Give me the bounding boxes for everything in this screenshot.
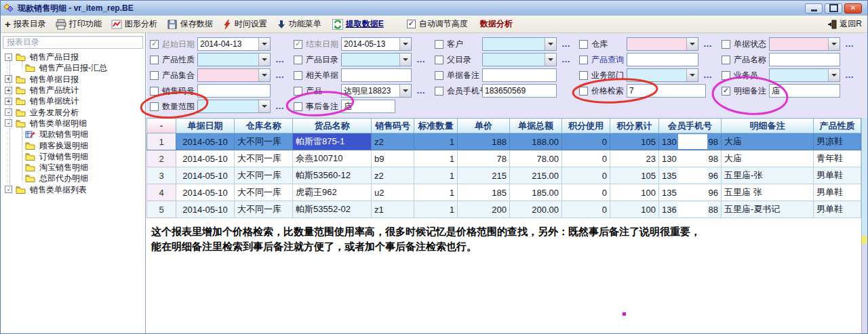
maximize-button[interactable] [825, 3, 842, 14]
business-dept-combo[interactable] [627, 68, 698, 82]
header-product-name[interactable]: 货品名称 [293, 119, 372, 133]
post-remark-input[interactable]: 庙 [341, 100, 395, 113]
product-nature-checkbox[interactable] [150, 56, 159, 64]
return-button[interactable]: 返回R [827, 18, 862, 30]
expand-minus-icon[interactable]: - [5, 54, 12, 61]
function-menu-button[interactable]: 功能菜单 [277, 18, 321, 30]
minimize-button[interactable] [805, 3, 823, 14]
expand-minus-icon[interactable]: - [5, 119, 12, 127]
qty-range-combo[interactable] [197, 100, 271, 113]
sales-code-input[interactable] [197, 84, 271, 98]
ellipsis-button[interactable] [703, 70, 713, 80]
focused-cell[interactable]: 帕斯雷875-1 [293, 133, 372, 150]
header-product-nature[interactable]: 产品性质 [814, 119, 861, 133]
salesperson-checkbox[interactable] [722, 71, 730, 80]
product-name-input[interactable] [769, 53, 840, 66]
extract-data-button[interactable]: 提取数据E [332, 18, 384, 30]
tree-item-sales-order-daily[interactable]: + 销售单据日报 [1, 74, 145, 85]
combo-arrow-icon[interactable] [258, 54, 270, 66]
product-query-checkbox[interactable] [579, 56, 588, 64]
salesperson-combo[interactable] [769, 68, 840, 82]
combo-arrow-icon[interactable] [258, 38, 270, 50]
product-set-checkbox[interactable] [150, 71, 159, 80]
post-remark-checkbox[interactable] [294, 102, 302, 111]
header-points-used[interactable]: 积分使用 [562, 119, 610, 133]
end-date-combo[interactable]: 2014-05-13 [341, 37, 412, 51]
start-date-checkbox[interactable] [150, 40, 159, 49]
print-button[interactable]: 打印功能 [56, 18, 102, 30]
combo-arrow-icon[interactable] [545, 38, 556, 50]
parent-catalog-combo[interactable] [482, 53, 557, 66]
order-status-checkbox[interactable] [722, 40, 730, 49]
table-row[interactable]: 3 2014-05-10 大不同一库 帕斯53560-12 z2 1 215 2… [147, 167, 861, 184]
ellipsis-button[interactable] [561, 54, 571, 64]
product-catalog-checkbox[interactable] [294, 56, 302, 64]
price-search-checkbox[interactable] [579, 87, 588, 96]
end-date-checkbox[interactable] [294, 40, 302, 49]
table-row[interactable]: 4 2014-05-10 大不同一库 虎霸王962 u2 1 185 185.0… [147, 184, 861, 201]
related-order-checkbox[interactable] [294, 71, 302, 80]
expand-plus-icon[interactable]: + [5, 87, 12, 94]
detail-remark-input[interactable]: 庙 [769, 84, 840, 98]
order-remark-checkbox[interactable] [435, 71, 443, 80]
combo-arrow-icon[interactable] [399, 38, 411, 50]
header-index[interactable]: - [147, 119, 176, 133]
ellipsis-button[interactable] [275, 54, 285, 64]
table-row[interactable]: 2 2014-05-10 大不同一库 佘燕100710 b9 1 78 78.0… [147, 150, 861, 167]
header-detail-remark[interactable]: 明细备注 [722, 119, 814, 133]
member-phone-checkbox[interactable] [435, 87, 443, 96]
combo-arrow-icon[interactable] [258, 100, 270, 112]
save-data-button[interactable]: 保存数据 [167, 18, 213, 30]
combo-arrow-icon[interactable] [399, 85, 411, 97]
header-member-phone[interactable]: 会员手机号 [659, 119, 722, 133]
time-settings-button[interactable]: 时间设置 [222, 18, 267, 30]
ellipsis-button[interactable] [561, 39, 571, 49]
product-catalog-combo[interactable] [341, 53, 412, 66]
product-query-input[interactable] [627, 53, 698, 66]
detail-remark-checkbox[interactable] [722, 87, 730, 96]
qty-range-checkbox[interactable] [150, 102, 159, 111]
ellipsis-button[interactable] [275, 70, 285, 80]
product-set-combo[interactable] [197, 68, 271, 82]
close-button[interactable] [844, 3, 862, 14]
table-row-selected[interactable]: 1 2014-05-10 大不同一库 帕斯雷875-1 z2 1 188 188… [147, 133, 861, 150]
header-std-qty[interactable]: 标准数量 [414, 119, 458, 133]
warehouse-combo[interactable] [627, 37, 698, 51]
warehouse-checkbox[interactable] [579, 40, 588, 49]
tree-item-business-development[interactable]: - 业务发展分析 [1, 106, 145, 117]
expand-minus-icon[interactable]: - [5, 108, 12, 116]
ellipsis-button[interactable] [416, 54, 426, 64]
data-analysis-label[interactable]: 数据分析 [480, 18, 513, 30]
header-unit-price[interactable]: 单价 [458, 119, 510, 133]
start-date-combo[interactable]: 2014-04-13 [197, 37, 271, 51]
order-status-combo[interactable] [769, 37, 840, 51]
chart-analysis-button[interactable]: 图形分析 [111, 18, 157, 30]
combo-arrow-icon[interactable] [686, 69, 698, 81]
member-phone-input[interactable]: 183650569 [482, 84, 557, 98]
header-order-date[interactable]: 单据日期 [176, 119, 235, 133]
header-sales-code[interactable]: 销售码号 [372, 119, 414, 133]
tree-item-sales-product-stats[interactable]: + 销售产品统计 [1, 85, 145, 96]
price-search-input[interactable]: 7 [627, 84, 706, 98]
combo-arrow-icon[interactable] [258, 69, 270, 81]
ellipsis-button[interactable] [275, 101, 285, 111]
auto-height-checkbox[interactable] [407, 20, 416, 28]
tree-item-sales-order-list[interactable]: - 销售类单据列表 [1, 184, 145, 195]
expand-plus-icon[interactable]: + [5, 98, 12, 105]
customer-combo[interactable] [482, 37, 557, 51]
product-checkbox[interactable] [294, 87, 302, 96]
header-points-total[interactable]: 积分累计 [610, 119, 659, 133]
order-remark-input[interactable] [482, 68, 557, 82]
ellipsis-button[interactable] [845, 70, 854, 80]
business-dept-checkbox[interactable] [579, 71, 588, 80]
header-order-total[interactable]: 单据总额 [510, 119, 562, 133]
customer-checkbox[interactable] [435, 40, 443, 49]
combo-arrow-icon[interactable] [399, 54, 411, 66]
ellipsis-button[interactable] [845, 39, 854, 49]
expand-plus-icon[interactable]: + [5, 75, 12, 83]
report-dir-button[interactable]: + 报表目录 [5, 18, 46, 30]
combo-arrow-icon[interactable] [686, 38, 698, 50]
related-order-input[interactable] [341, 68, 412, 82]
ellipsis-button[interactable] [416, 85, 426, 96]
product-name-checkbox[interactable] [722, 56, 730, 64]
